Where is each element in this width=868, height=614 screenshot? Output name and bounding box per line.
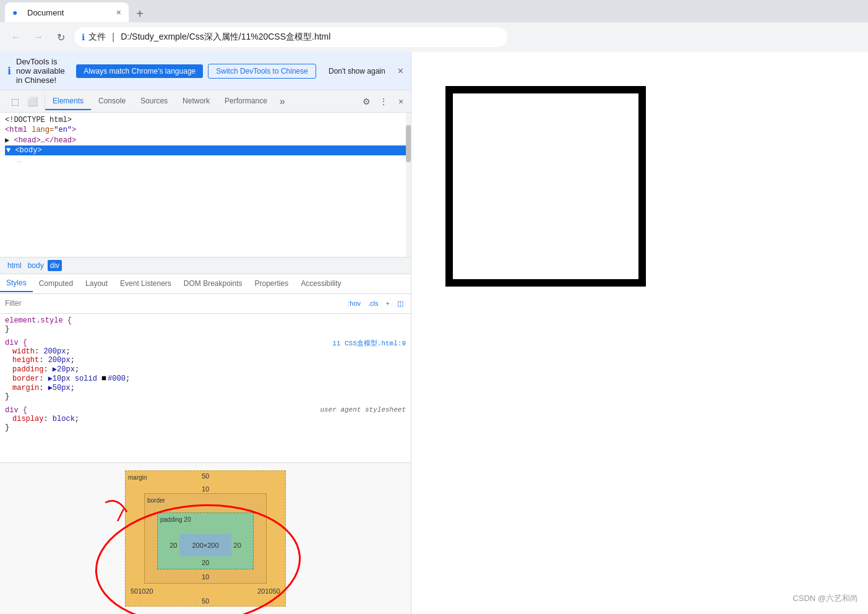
match-language-button[interactable]: Always match Chrome's language bbox=[76, 64, 203, 78]
margin-label: margin bbox=[126, 473, 150, 482]
tab-elements[interactable]: Elements bbox=[45, 93, 91, 110]
prop-padding[interactable]: padding: ▶ 20px; bbox=[5, 365, 406, 374]
device-icon[interactable]: ⬜ bbox=[25, 94, 40, 109]
border-left-val: 10 bbox=[138, 587, 145, 595]
user-agent-rule: div { user agent stylesheet display: blo… bbox=[5, 406, 406, 432]
border-label: border bbox=[145, 496, 168, 505]
notification-text: DevTools is now available in Chinese! bbox=[16, 57, 71, 85]
add-rule-button[interactable]: + bbox=[384, 298, 392, 308]
rule-selector-div[interactable]: div { 11 CSS盒模型.html:9 bbox=[5, 339, 406, 347]
body-line[interactable]: ▼ <body> bbox=[5, 145, 406, 155]
filter-actions: :hov .cls + ◫ bbox=[345, 298, 406, 309]
padding-left-outer: 20 bbox=[146, 587, 153, 595]
styles-tab-dom-breakpoints[interactable]: DOM Breakpoints bbox=[178, 275, 249, 292]
margin-sides-row: 50 10 20 20 10 50 bbox=[126, 586, 285, 596]
div-rule: div { 11 CSS盒模型.html:9 width: 200px; hei… bbox=[5, 339, 406, 401]
elements-panel: <!DOCTYPE html> <html lang="en"> ▶ <head… bbox=[0, 113, 411, 257]
box-model-margin: margin 50 border 10 padding 20 20 bbox=[125, 470, 286, 607]
margin-left-val: 50 bbox=[131, 587, 138, 595]
tab-title: Document bbox=[27, 8, 111, 17]
prop-margin[interactable]: margin: ▶ 50px; bbox=[5, 383, 406, 392]
breadcrumb-body[interactable]: body bbox=[25, 260, 46, 271]
styles-tab-layout[interactable]: Layout bbox=[79, 275, 114, 292]
scrollbar-thumb[interactable] bbox=[406, 125, 411, 162]
address-bar[interactable]: ℹ 文件 | D:/Study_exmple/Css深入属性/11%20CSS盒… bbox=[74, 27, 507, 47]
browser-tab[interactable]: ● Document × bbox=[5, 2, 129, 22]
hov-button[interactable]: :hov bbox=[345, 298, 363, 308]
color-swatch-black[interactable] bbox=[101, 376, 106, 381]
breadcrumb-div[interactable]: div bbox=[48, 260, 62, 271]
css-source-link[interactable]: 11 CSS盒模型.html:9 bbox=[332, 339, 406, 348]
padding-right-value: 20 bbox=[231, 542, 244, 549]
styles-tab-event-listeners[interactable]: Event Listeners bbox=[114, 275, 178, 292]
forward-button[interactable]: → bbox=[30, 28, 47, 46]
prop-display[interactable]: display: block; bbox=[5, 415, 406, 423]
cls-button[interactable]: .cls bbox=[366, 298, 381, 308]
tab-favicon: ● bbox=[12, 7, 22, 17]
devtools-more-icon[interactable]: ⋮ bbox=[376, 94, 391, 109]
page-content: CSDN @六艺和尚 bbox=[411, 52, 868, 614]
tabs-more-button[interactable]: » bbox=[275, 93, 290, 110]
dont-show-again-button[interactable]: Don't show again bbox=[321, 64, 393, 78]
tab-performance[interactable]: Performance bbox=[217, 93, 275, 110]
reload-button[interactable]: ↻ bbox=[52, 28, 69, 46]
csdn-watermark: CSDN @六艺和尚 bbox=[793, 593, 858, 604]
margin-bottom-val: 50 bbox=[126, 596, 285, 606]
box-model-content: 200×200 bbox=[179, 534, 231, 556]
styles-tab-properties[interactable]: Properties bbox=[249, 275, 295, 292]
new-tab-button[interactable]: + bbox=[131, 5, 148, 22]
notification-close-button[interactable]: × bbox=[398, 66, 403, 77]
margin-right-val: 50 bbox=[273, 587, 280, 595]
address-icon: ℹ bbox=[82, 32, 85, 42]
toggle-sidebar-icon[interactable]: ◫ bbox=[395, 298, 406, 309]
address-separator: | bbox=[112, 32, 114, 43]
address-bar-area: ← → ↻ ℹ 文件 | D:/Study_exmple/Css深入属性/11%… bbox=[0, 22, 868, 52]
prop-height[interactable]: height: 200px; bbox=[5, 356, 406, 365]
tab-network[interactable]: Network bbox=[175, 93, 217, 110]
devtools-close-icon[interactable]: × bbox=[393, 94, 408, 109]
styles-tab-styles[interactable]: Styles bbox=[0, 275, 33, 292]
border-bottom-value: 10 bbox=[145, 573, 266, 583]
back-button[interactable]: ← bbox=[7, 28, 25, 46]
tab-close-button[interactable]: × bbox=[116, 7, 121, 17]
element-style-rule: element.style { } bbox=[5, 316, 406, 334]
border-right-val: 10 bbox=[265, 587, 273, 595]
prop-border[interactable]: border: ▶ 10px solid #000; bbox=[5, 374, 406, 383]
notification-bar: ℹ DevTools is now available in Chinese! … bbox=[0, 52, 411, 90]
box-model-section: margin 50 border 10 padding 20 20 bbox=[0, 462, 411, 614]
head-line[interactable]: ▶ <head>…</head> bbox=[5, 135, 406, 145]
switch-devtools-button[interactable]: Switch DevTools to Chinese bbox=[208, 64, 316, 79]
styles-tab-bar: Styles Computed Layout Event Listeners D… bbox=[0, 274, 411, 294]
rule-close-user-agent: } bbox=[5, 423, 406, 432]
devtools-icon-group: ⬚ ⬜ bbox=[2, 94, 45, 109]
html-line[interactable]: <html lang="en"> bbox=[5, 125, 406, 135]
inspect-icon[interactable]: ⬚ bbox=[7, 94, 22, 109]
breadcrumb: html body div bbox=[0, 257, 411, 274]
margin-top-value: 50 bbox=[202, 472, 209, 480]
elements-scrollbar[interactable] bbox=[406, 113, 411, 257]
doctype-line[interactable]: <!DOCTYPE html> bbox=[5, 115, 406, 125]
styles-tab-accessibility[interactable]: Accessibility bbox=[294, 275, 347, 292]
notification-icon: ℹ bbox=[7, 65, 11, 77]
filter-input[interactable] bbox=[5, 299, 340, 308]
padding-right-outer: 20 bbox=[257, 587, 265, 595]
address-url: D:/Study_exmple/Css深入属性/11%20CSS盒模型.html bbox=[121, 32, 330, 43]
settings-icon[interactable]: ⚙ bbox=[359, 94, 374, 109]
address-prefix: 文件 bbox=[88, 32, 106, 43]
styles-tab-computed[interactable]: Computed bbox=[33, 275, 79, 292]
body-content-line[interactable]: … bbox=[17, 155, 406, 165]
rule-close-div: } bbox=[5, 392, 406, 401]
rule-selector-element-style[interactable]: element.style { bbox=[5, 316, 406, 325]
rule-selector-user-agent[interactable]: div { user agent stylesheet bbox=[5, 406, 406, 415]
css-rules: element.style { } div { 11 CSS盒模型.html:9… bbox=[0, 314, 411, 463]
devtools-tab-bar: ⬚ ⬜ Elements Console Sources Network Per… bbox=[0, 90, 411, 113]
prop-width[interactable]: width: 200px; bbox=[5, 347, 406, 356]
breadcrumb-html[interactable]: html bbox=[5, 260, 24, 271]
padding-label: padding 20 bbox=[158, 515, 194, 524]
devtools-actions: ⚙ ⋮ × bbox=[359, 94, 408, 109]
tab-sources[interactable]: Sources bbox=[133, 93, 175, 110]
tab-bar: ● Document × + bbox=[0, 0, 868, 22]
user-agent-source: user agent stylesheet bbox=[320, 406, 406, 413]
padding-left-value: 20 bbox=[167, 542, 179, 549]
tab-console[interactable]: Console bbox=[91, 93, 133, 110]
